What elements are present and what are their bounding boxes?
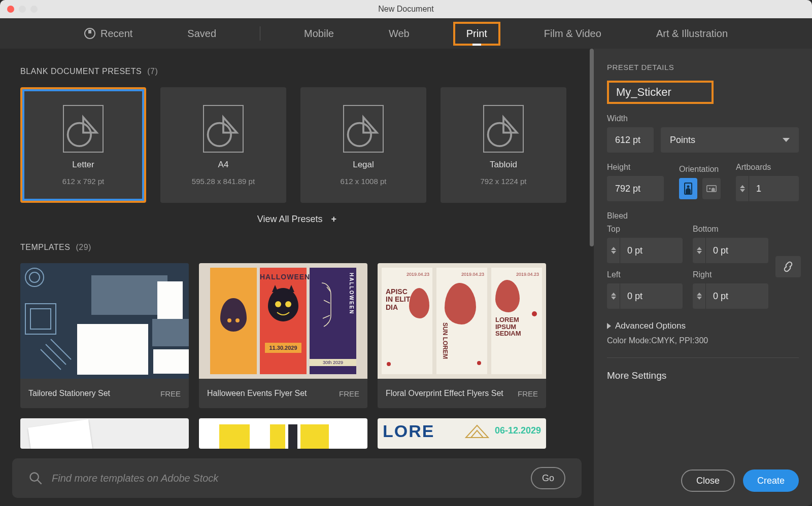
create-button[interactable]: Create: [743, 469, 799, 492]
preset-legal[interactable]: Legal 612 x 1008 pt: [300, 87, 426, 203]
svg-point-0: [68, 123, 91, 146]
template-thumbnail: [20, 263, 189, 379]
template-name: Floral Overprint Effect Flyers Set: [386, 389, 503, 398]
thumb-text: 2019.04.23: [407, 272, 429, 277]
advanced-options-label: Advanced Options: [615, 321, 686, 331]
template-thumbnail: LORE 06-12.2029: [378, 418, 546, 449]
preset-a4[interactable]: A4 595.28 x 841.89 pt: [160, 87, 286, 203]
height-label: Height: [607, 163, 664, 172]
width-input[interactable]: 612 pt: [607, 127, 654, 153]
stepper-up-icon[interactable]: [740, 185, 745, 188]
stepper-down-icon[interactable]: [697, 251, 702, 254]
close-label: Close: [696, 476, 720, 486]
search-placeholder: Find more templates on Adobe Stock: [52, 473, 522, 484]
bleed-bottom-input[interactable]: 0 pt: [693, 238, 768, 263]
bleed-bottom-value: 0 pt: [706, 245, 735, 256]
svg-point-8: [275, 301, 281, 307]
stepper-down-icon[interactable]: [611, 297, 616, 300]
view-all-presets[interactable]: View All Presets +: [20, 214, 573, 225]
document-name-input[interactable]: My_Sticker: [607, 81, 714, 104]
tab-film-video[interactable]: Film & Video: [533, 24, 613, 44]
artboards-stepper[interactable]: 1: [736, 176, 799, 201]
document-icon: [203, 105, 244, 153]
advanced-options-toggle[interactable]: Advanced Options: [607, 321, 799, 331]
link-bleed-button[interactable]: [775, 256, 801, 277]
template-price: FREE: [160, 389, 181, 398]
template-thumbnail: HALLOWEEN 11.30.2029 HALLOWEEN 30th 2029: [199, 263, 367, 379]
tab-saved[interactable]: Saved: [176, 24, 227, 44]
orientation-landscape[interactable]: [702, 178, 721, 199]
template-name: Tailored Stationery Set: [28, 389, 110, 398]
tab-mobile[interactable]: Mobile: [293, 24, 345, 44]
close-button[interactable]: Close: [681, 469, 735, 492]
template-thumbnail: [199, 418, 367, 449]
tab-print[interactable]: Print: [453, 22, 500, 46]
presets-heading-text: BLANK DOCUMENT PRESETS: [20, 67, 142, 76]
preset-name: Letter: [72, 160, 94, 170]
template-stationery-set[interactable]: Tailored Stationery Set FREE: [20, 263, 189, 408]
tab-label: Print: [466, 28, 487, 40]
bleed-bottom-label: Bottom: [693, 225, 768, 234]
stepper-up-icon[interactable]: [697, 247, 702, 250]
bleed-top-input[interactable]: 0 pt: [607, 238, 683, 263]
svg-line-11: [38, 480, 42, 484]
divider: [607, 357, 799, 358]
preset-dimensions: 612 x 1008 pt: [341, 177, 387, 186]
more-settings-button[interactable]: More Settings: [607, 370, 799, 381]
template-floral-flyers[interactable]: 2019.04.23 APISC IN ELIT DIA 2019.04.23 …: [378, 263, 546, 408]
panel-title: PRESET DETAILS: [607, 63, 799, 71]
bleed-left-value: 0 pt: [620, 291, 650, 302]
thumb-text: 2019.04.23: [516, 272, 539, 277]
tab-web[interactable]: Web: [378, 24, 421, 44]
create-label: Create: [757, 476, 785, 486]
window-title: New Document: [0, 5, 812, 14]
template-partial-2[interactable]: [199, 418, 367, 449]
preset-letter[interactable]: Letter 612 x 792 pt: [20, 87, 146, 203]
go-label: Go: [542, 473, 554, 484]
stepper-up-icon[interactable]: [611, 293, 616, 296]
thumb-text: 2019.04.23: [461, 272, 484, 277]
preset-details-panel: PRESET DETAILS My_Sticker Width 612 pt P…: [594, 49, 812, 506]
units-select[interactable]: Points: [661, 127, 799, 153]
svg-point-6: [227, 318, 231, 322]
stepper-up-icon[interactable]: [611, 247, 616, 250]
bleed-left-input[interactable]: 0 pt: [607, 283, 683, 309]
preset-dimensions: 792 x 1224 pt: [481, 177, 527, 186]
tab-art-illustration[interactable]: Art & Illustration: [645, 24, 739, 44]
preset-tabloid[interactable]: Tabloid 792 x 1224 pt: [441, 87, 566, 203]
thumb-text: 30th 2029: [310, 359, 356, 366]
stepper-down-icon[interactable]: [740, 189, 745, 192]
bleed-right-input[interactable]: 0 pt: [693, 283, 768, 309]
artboards-value: 1: [749, 184, 768, 194]
template-name: Halloween Events Flyer Set: [207, 389, 307, 398]
stepper-down-icon[interactable]: [611, 251, 616, 254]
template-partial-3[interactable]: LORE 06-12.2029: [378, 418, 546, 449]
clock-icon: [84, 28, 95, 39]
template-thumbnail: 2019.04.23 APISC IN ELIT DIA 2019.04.23 …: [378, 263, 546, 379]
template-partial-1[interactable]: [20, 418, 189, 449]
scrollbar[interactable]: [590, 49, 594, 246]
templates-heading-text: TEMPLATES: [20, 243, 70, 251]
template-thumbnail: [20, 418, 189, 449]
stepper-up-icon[interactable]: [697, 293, 702, 296]
templates-heading: TEMPLATES (29): [20, 243, 573, 252]
preset-name: A4: [218, 160, 229, 170]
svg-point-2: [348, 123, 371, 146]
template-halloween-flyer[interactable]: HALLOWEEN 11.30.2029 HALLOWEEN 30th 2029: [199, 263, 367, 408]
tab-divider: [260, 26, 260, 41]
tab-recent[interactable]: Recent: [73, 24, 144, 44]
bleed-right-value: 0 pt: [706, 291, 735, 302]
orientation-portrait[interactable]: [679, 178, 697, 199]
stock-search-bar[interactable]: Find more templates on Adobe Stock Go: [12, 458, 582, 498]
svg-point-5: [29, 272, 40, 282]
thumb-text: 11.30.2029: [265, 343, 301, 353]
document-icon: [63, 105, 104, 153]
stepper-down-icon[interactable]: [697, 297, 702, 300]
presets-count: (7): [147, 67, 158, 76]
thumb-text: LORE: [383, 421, 434, 441]
artboards-label: Artboards: [736, 163, 799, 172]
preset-name: Tabloid: [490, 160, 517, 170]
more-settings-label: More Settings: [607, 370, 666, 381]
height-input[interactable]: 792 pt: [607, 176, 664, 201]
go-button[interactable]: Go: [531, 467, 565, 489]
